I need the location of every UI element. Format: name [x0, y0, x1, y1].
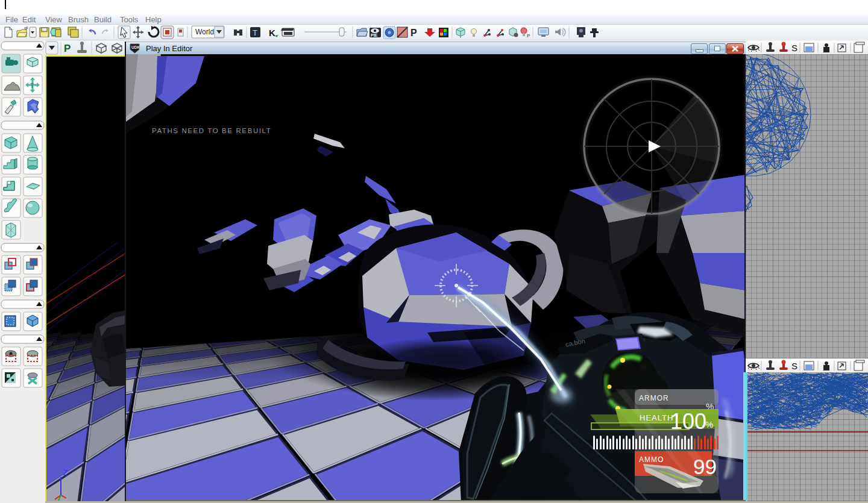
svg-text:World: World: [195, 28, 214, 36]
svg-text:P: P: [64, 43, 71, 54]
svg-text:S: S: [791, 361, 797, 371]
svg-text:T: T: [253, 28, 257, 37]
svg-text:UDK: UDK: [131, 45, 140, 49]
svg-text:P: P: [527, 33, 530, 39]
svg-text:T: T: [30, 83, 34, 89]
svg-text:K: K: [269, 28, 275, 38]
svg-text:S: S: [791, 43, 797, 53]
svg-text:PATHS NEED TO BE REBUILT: PATHS NEED TO BE REBUILT: [152, 127, 271, 134]
svg-text:%: %: [705, 419, 713, 430]
svg-text:Z: Z: [63, 469, 68, 477]
svg-text:P: P: [410, 28, 417, 38]
svg-text:PIE: PIE: [371, 33, 378, 37]
